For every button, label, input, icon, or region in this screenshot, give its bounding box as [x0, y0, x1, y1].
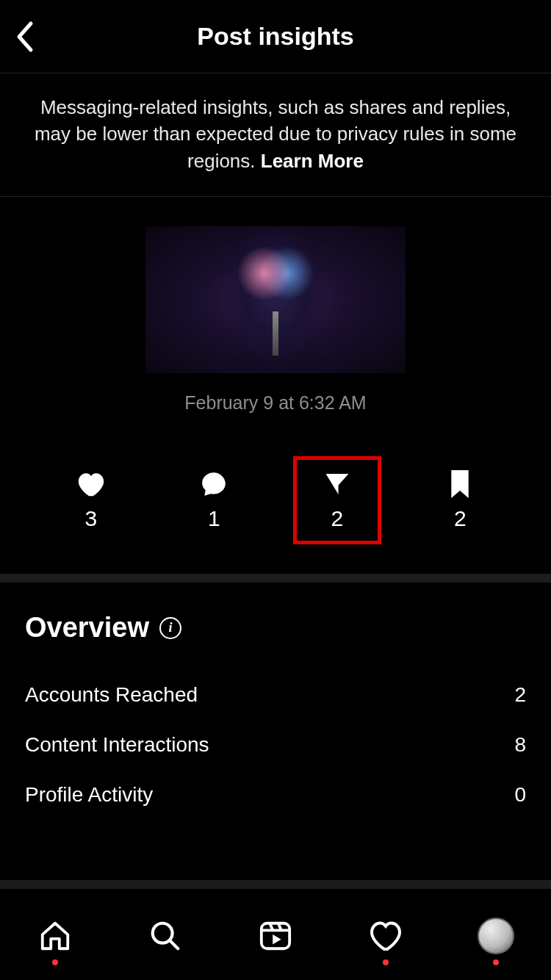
section-divider: [0, 880, 551, 889]
stat-likes[interactable]: 3: [47, 456, 135, 544]
metric-row-content-interactions[interactable]: Content Interactions 8: [25, 720, 526, 770]
shares-count: 2: [331, 506, 343, 531]
page-title: Post insights: [15, 22, 536, 51]
home-icon: [38, 919, 72, 953]
heart-outline-icon: [368, 920, 403, 952]
post-date: February 9 at 6:32 AM: [0, 392, 551, 414]
bottom-nav: [0, 899, 551, 980]
comment-icon: [200, 470, 228, 498]
metric-label: Accounts Reached: [25, 683, 198, 707]
nav-activity[interactable]: [364, 914, 408, 958]
post-section: February 9 at 6:32 AM: [0, 197, 551, 436]
metric-row-profile-activity[interactable]: Profile Activity 0: [25, 770, 526, 820]
stats-row: 3 1 2 2: [0, 436, 551, 574]
metric-label: Profile Activity: [25, 783, 153, 807]
nav-reels[interactable]: [253, 914, 298, 958]
share-icon: [323, 472, 351, 497]
notification-dot: [52, 959, 58, 965]
metric-value: 8: [514, 733, 526, 757]
avatar: [478, 918, 514, 954]
svg-line-1: [170, 941, 179, 949]
heart-icon: [76, 471, 106, 497]
header: Post insights: [0, 0, 551, 73]
info-icon[interactable]: i: [159, 617, 181, 639]
likes-count: 3: [84, 506, 97, 531]
comments-count: 1: [208, 506, 220, 531]
stat-comments[interactable]: 1: [170, 456, 258, 544]
learn-more-link[interactable]: Learn More: [261, 150, 364, 172]
post-thumbnail[interactable]: [145, 226, 406, 373]
reels-icon: [259, 919, 292, 953]
notification-dot: [493, 959, 499, 965]
nav-home[interactable]: [33, 914, 77, 958]
section-divider: [0, 574, 551, 583]
chevron-left-icon: [15, 21, 35, 53]
search-icon: [148, 919, 182, 953]
stat-saves[interactable]: 2: [416, 456, 504, 544]
metric-value: 2: [514, 683, 526, 707]
nav-search[interactable]: [143, 914, 187, 958]
nav-profile[interactable]: [474, 914, 518, 958]
stat-shares[interactable]: 2: [293, 456, 381, 544]
svg-rect-2: [262, 923, 289, 949]
privacy-notice: Messaging-related insights, such as shar…: [0, 73, 551, 197]
overview-header: Overview i: [25, 612, 526, 644]
overview-section: Overview i Accounts Reached 2 Content In…: [0, 583, 551, 842]
notification-dot: [383, 959, 389, 965]
saves-count: 2: [454, 506, 467, 531]
back-button[interactable]: [15, 21, 35, 53]
metric-label: Content Interactions: [25, 733, 209, 757]
metric-value: 0: [514, 783, 526, 807]
metric-row-accounts-reached[interactable]: Accounts Reached 2: [25, 670, 526, 720]
overview-title: Overview: [25, 612, 149, 644]
bookmark-icon: [449, 470, 471, 498]
